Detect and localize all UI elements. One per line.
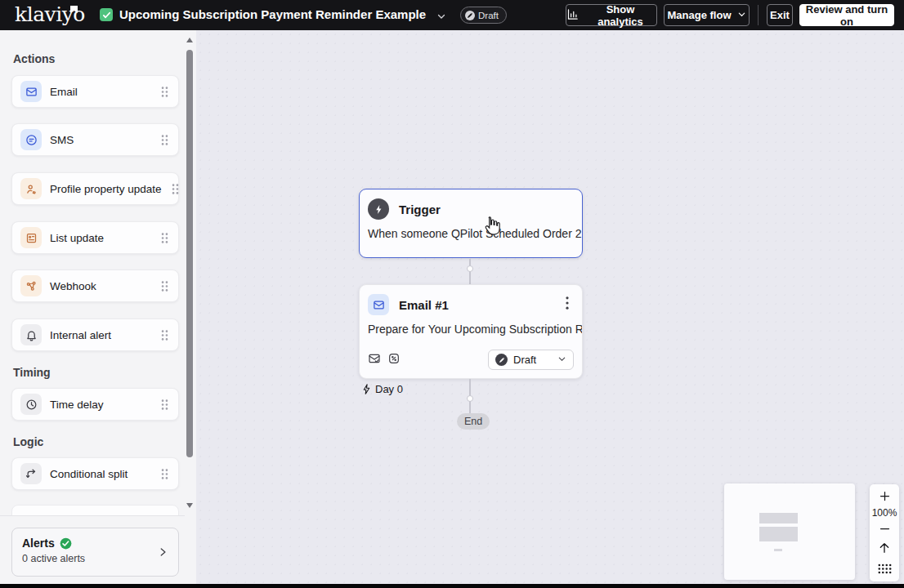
sidebar-item-webhook[interactable]: Webhook [11,270,179,302]
sidebar-item-internal-alert[interactable]: Internal alert [11,318,179,351]
sidebar-item-list-update[interactable]: List update [11,221,179,254]
drag-handle-icon[interactable] [159,467,170,481]
sidebar-item-label: Profile property update [50,183,162,195]
chevron-right-icon [157,545,168,563]
email-timing-label: Day 0 [362,383,403,395]
email-icon [368,294,389,315]
email-status-label: Draft [513,354,536,366]
sidebar-item-email[interactable]: Email [11,75,179,108]
sidebar-scrollbar[interactable] [185,30,195,515]
flow-title: Upcoming Subscription Payment Reminder E… [119,7,426,21]
trigger-node-card[interactable]: Trigger When someone QPilot Scheduled Or… [359,189,583,258]
pencil-icon [495,354,508,366]
flow-title-chevron-icon[interactable] [436,10,446,24]
sidebar-item-label: Internal alert [50,329,151,341]
alerts-section: Alerts 0 active alerts [0,515,185,584]
sidebar-item-partial [11,505,179,515]
minimap-trigger-rect [759,513,798,523]
show-analytics-label: Show analytics [584,3,656,28]
exit-button[interactable]: Exit [767,4,793,26]
scrollbar-thumb[interactable] [186,50,193,457]
sidebar-item-label: Conditional split [50,468,151,480]
top-bar: klaviyo Upcoming Subscription Payment Re… [0,0,904,30]
drag-handle-icon[interactable] [159,328,170,342]
sidebar-item-time-delay[interactable]: Time delay [11,388,179,421]
header-divider [758,5,759,25]
chevron-down-icon [737,9,746,21]
manage-flow-button[interactable]: Manage flow [664,4,750,26]
sms-icon [20,129,42,150]
lightning-icon [368,198,389,220]
zoom-level: 100% [872,506,897,520]
email-node-card[interactable]: Email #1 Prepare for Your Upcoming Subsc… [359,284,583,379]
drag-handle-icon[interactable] [159,231,170,245]
trigger-description: When someone QPilot Scheduled Order 2 ..… [360,220,582,240]
scroll-to-top-button[interactable] [870,537,899,559]
split-icon [20,463,42,484]
sidebar-item-label: Time delay [50,399,151,411]
list-update-icon [20,227,42,248]
draft-badge-label: Draft [478,11,499,20]
bell-icon [20,324,42,345]
email-icon [20,81,42,102]
section-timing-label: Timing [13,366,51,379]
utm-tag-icon [387,352,401,368]
minimap[interactable] [724,483,855,580]
alerts-subtitle: 0 active alerts [22,553,168,564]
connector-node [467,395,473,402]
end-node: End [457,413,490,430]
grid-view-button[interactable] [870,559,899,578]
clock-icon [20,394,42,415]
sidebar-item-label: List update [50,232,151,244]
sidebar-item-label: Email [50,86,151,98]
sidebar-item-label: Webhook [50,280,151,292]
drag-handle-icon[interactable] [159,279,170,293]
zoom-in-button[interactable] [870,488,899,506]
email-node-title: Email #1 [399,298,551,312]
drag-handle-icon[interactable] [170,182,181,196]
manage-flow-label: Manage flow [667,9,731,21]
webhook-icon [20,275,42,296]
sidebar-item-profile-property-update[interactable]: Profile property update [11,172,179,205]
draft-status-badge: Draft [460,7,507,24]
connector-node [467,265,473,272]
scroll-up-arrow-icon[interactable] [186,38,193,42]
alerts-ok-icon [60,537,72,550]
scroll-down-arrow-icon[interactable] [186,503,193,508]
flow-canvas[interactable]: Trigger When someone QPilot Scheduled Or… [196,30,904,584]
drag-handle-icon[interactable] [159,398,170,412]
trigger-title: Trigger [399,203,574,216]
flow-status-check-icon [100,8,113,21]
klaviyo-flow-editor: klaviyo Upcoming Subscription Payment Re… [0,0,904,588]
chevron-down-icon [557,354,566,366]
zoom-out-button[interactable] [870,520,899,538]
exit-label: Exit [770,9,790,21]
drag-handle-icon[interactable] [159,133,170,147]
email-timing-text: Day 0 [375,383,403,395]
drag-handle-icon[interactable] [159,85,170,99]
pencil-icon [465,11,475,20]
alerts-title: Alerts [22,537,55,550]
email-subject: Prepare for Your Upcoming Subscription R… [360,315,582,336]
show-analytics-button[interactable]: Show analytics [566,4,657,26]
bar-chart-icon [566,8,579,23]
section-actions-label: Actions [13,52,55,65]
canvas-controls: 100% [870,484,899,581]
review-and-turn-on-button[interactable]: Review and turn on [799,4,894,26]
sidebar-item-sms[interactable]: SMS [11,123,179,156]
review-label: Review and turn on [800,3,893,28]
bottom-black-bar [0,584,904,588]
email-status-dropdown[interactable]: Draft [488,350,574,370]
minimap-end-rect [774,549,782,551]
alerts-card[interactable]: Alerts 0 active alerts [11,528,179,577]
sidebar-item-label: SMS [50,134,151,146]
section-logic-label: Logic [13,435,43,448]
kebab-menu-icon[interactable] [561,295,574,314]
email-channel-icon [368,352,381,368]
sidebar-item-conditional-split[interactable]: Conditional split [11,457,179,490]
profile-update-icon [20,178,42,199]
flash-icon [362,384,371,394]
action-palette-sidebar: Actions Email SMS Profil [0,30,196,584]
minimap-email-rect [759,527,798,541]
